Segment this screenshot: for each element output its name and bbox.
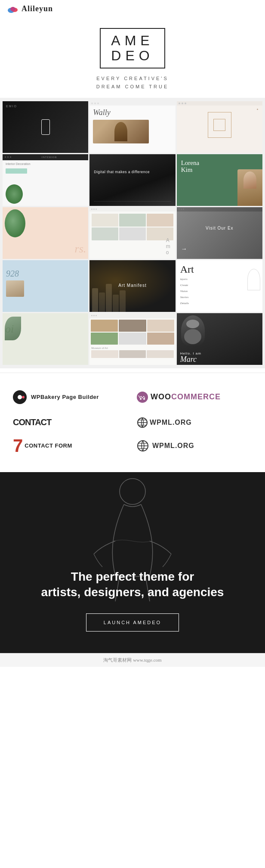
plugin-cf7: CONTACT xyxy=(13,417,128,427)
screenshot-minimal-art[interactable]: ✦ xyxy=(177,101,262,153)
cf7-full: 7 CONTACT FORM xyxy=(13,437,128,455)
screenshot-visit[interactable]: Visit Our Ex → xyxy=(177,207,262,259)
screenshot-blue[interactable]: 928 xyxy=(3,260,88,312)
woocommerce-logo xyxy=(137,392,148,403)
cloud-icon xyxy=(7,5,19,13)
launch-button[interactable]: LAUNCH AMEDEO xyxy=(86,613,179,632)
svg-point-4 xyxy=(143,398,145,400)
top-bar: Alileyun xyxy=(0,0,265,18)
logo-text: Alileyun xyxy=(22,4,53,13)
plugins-row2: 7 CONTACT FORM WPML.ORG xyxy=(13,437,252,455)
screenshot-gallery[interactable]: Museum of Art xyxy=(89,313,175,365)
screenshot-peach[interactable]: rs. xyxy=(3,207,88,259)
woocommerce-text: WOOCOMMERCE xyxy=(151,392,221,401)
wpbakery-icon xyxy=(13,390,27,404)
screenshot-art-text[interactable]: Art layers Create Vision Stories Details xyxy=(177,260,262,312)
visit-text: Visit Our Ex xyxy=(206,225,234,230)
brand-section: AME DEO EVERY CREATIVE'S DREAM COME TRUE xyxy=(0,18,265,98)
svg-point-13 xyxy=(120,479,145,504)
lorena-surname: Kim xyxy=(181,166,199,174)
wpbakery-label: WPBakery Page Builder xyxy=(31,394,99,400)
svg-point-3 xyxy=(140,398,142,400)
plugin-woocommerce: WOOCOMMERCE xyxy=(137,392,252,403)
wpml-row2: WPML.ORG xyxy=(137,440,252,452)
wpml-globe-icon xyxy=(137,440,149,452)
wally-title: Wally xyxy=(89,106,175,118)
screenshot-emio[interactable]: EMIO xyxy=(3,101,88,153)
screenshots-grid: EMIO Wally xyxy=(0,98,265,368)
watermark: 淘气哥素材网 www.tqge.com xyxy=(0,653,265,667)
lorena-name: Lorena xyxy=(181,159,199,167)
wpbakery-dot xyxy=(18,395,22,399)
wpml-text2: WPML.ORG xyxy=(152,442,194,450)
wpml-icon xyxy=(137,417,148,428)
logo[interactable]: Alileyun xyxy=(7,4,53,13)
cta-content: The perfect theme for artists, designers… xyxy=(41,569,224,632)
screenshot-digital[interactable]: Digital that makes a difference xyxy=(89,154,175,206)
wpml-text: WPML.ORG xyxy=(150,419,192,426)
cta-section: The perfect theme for artists, designers… xyxy=(0,472,265,653)
marc-name: Marc xyxy=(180,355,197,364)
cf7-icon: CONTACT xyxy=(13,417,51,427)
screenshot-hello-marc[interactable]: Hello. I am Marc xyxy=(177,313,262,365)
wpml-logo: WPML.ORG xyxy=(137,417,192,428)
screenshot-interior[interactable]: INTERIOR Interior Decoration xyxy=(3,154,88,206)
screenshot-botanical[interactable]: oi xyxy=(3,313,88,365)
screenshot-art-manifest[interactable]: Art Manifest xyxy=(89,260,175,312)
screenshot-amo[interactable]: Amo xyxy=(89,207,175,259)
screenshot-lorena[interactable]: Lorena Kim xyxy=(177,154,262,206)
digital-text: Digital that makes a difference xyxy=(94,170,150,175)
screenshot-wally[interactable]: Wally xyxy=(89,101,175,153)
cf7-label: CONTACT FORM xyxy=(25,442,72,449)
brand-name: AME DEO xyxy=(111,33,154,63)
svg-point-2 xyxy=(10,7,15,11)
plugin-wpbakery: WPBakery Page Builder xyxy=(13,390,128,404)
cf7-contact: CONTACT xyxy=(13,417,51,427)
cf7-seven: 7 xyxy=(13,437,23,455)
brand-tagline: EVERY CREATIVE'S DREAM COME TRUE xyxy=(9,75,256,90)
cta-title: The perfect theme for artists, designers… xyxy=(41,569,224,600)
watermark-text: 淘气哥素材网 www.tqge.com xyxy=(103,657,161,663)
plugins-section: WPBakery Page Builder WOOCOMMERCE CONTAC… xyxy=(0,373,265,472)
plugins-grid: WPBakery Page Builder WOOCOMMERCE CONTAC… xyxy=(13,390,252,428)
plugin-wpml: WPML.ORG xyxy=(137,417,252,428)
brand-box: AME DEO xyxy=(100,28,165,68)
